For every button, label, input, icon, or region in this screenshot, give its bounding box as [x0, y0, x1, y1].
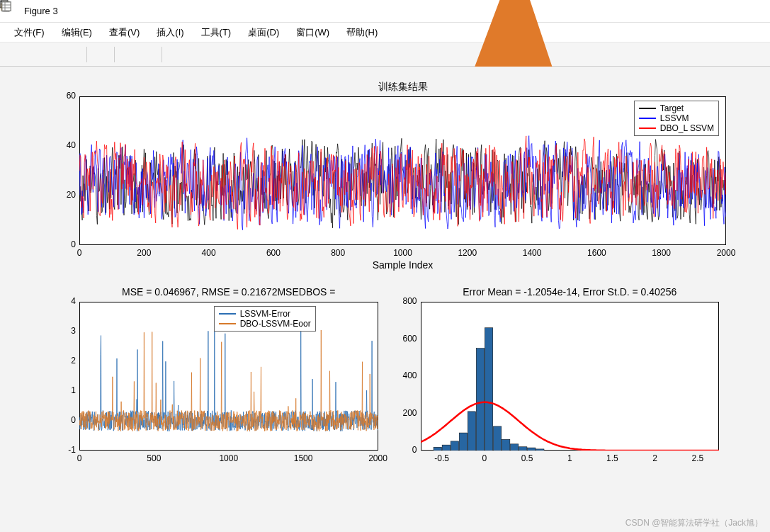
ytick-label: 0 — [389, 445, 417, 455]
axes-title: Error Mean = -1.2054e-14, Error St.D. = … — [421, 286, 720, 298]
figure-area: 训练集结果02004006008001000120014001600180020… — [0, 67, 770, 532]
hist-bar — [485, 328, 492, 451]
hist-bar — [468, 412, 475, 451]
ytick-label: 800 — [389, 296, 417, 306]
hist-bar — [493, 426, 501, 451]
hist-bar — [442, 445, 450, 451]
hist-bar — [459, 433, 467, 451]
xtick-label: 0.5 — [513, 453, 541, 463]
xtick-label: -0.5 — [428, 453, 456, 463]
watermark: CSDN @智能算法研学社（Jack旭） — [625, 517, 763, 529]
plot-container: 训练集结果02004006008001000120014001600180020… — [9, 75, 761, 523]
hist-bar — [451, 441, 458, 451]
titlebar: Figure 3 — [0, 0, 770, 23]
ytick-label: 200 — [389, 408, 417, 418]
xtick-label: 1.5 — [598, 453, 626, 463]
hist-bar — [510, 444, 518, 451]
ytick-label: 400 — [389, 370, 417, 380]
hist-bar — [527, 448, 535, 451]
xtick-label: 0 — [470, 453, 499, 463]
xtick-label: 2 — [641, 453, 669, 463]
hist-bar — [536, 449, 543, 451]
hist-bar — [476, 349, 484, 451]
xtick-label: 1 — [555, 453, 584, 463]
hist-bar — [519, 447, 526, 451]
xtick-label: 2.5 — [684, 453, 712, 463]
axes-br[interactable]: Error Mean = -1.2054e-14, Error St.D. = … — [9, 75, 761, 523]
hist-bar — [434, 447, 441, 451]
ytick-label: 600 — [389, 334, 417, 344]
figure-window: Figure 3 文件(F) 编辑(E) 查看(V) 插入(I) 工具(T) 桌… — [0, 0, 770, 532]
hist-bar — [502, 439, 509, 451]
plot-svg — [421, 302, 720, 451]
svg-rect-20 — [2, 2, 11, 11]
